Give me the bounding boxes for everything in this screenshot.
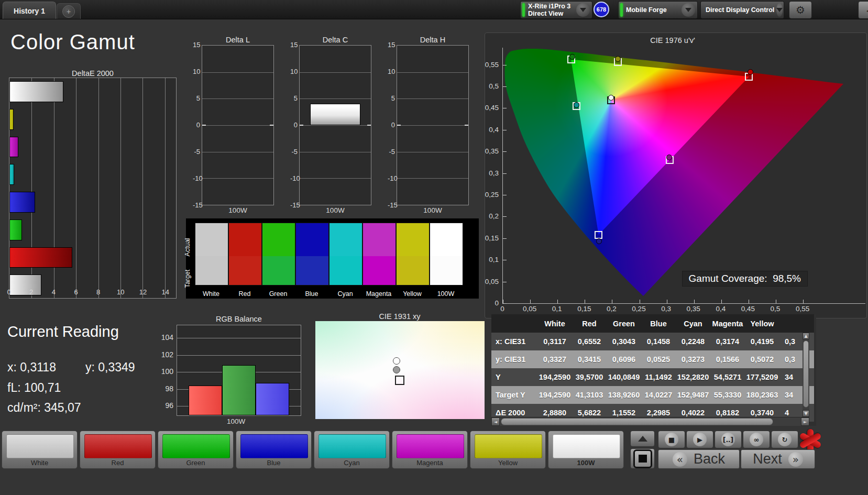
gridline <box>300 178 371 179</box>
y-tick <box>503 86 507 87</box>
x-tick-label: 0,45 <box>741 305 755 313</box>
table-horizontal-scrollbar[interactable]: ◄ ► <box>491 417 809 426</box>
rgb-balance-chart <box>177 325 301 416</box>
scroll-up-button[interactable]: ▲ <box>803 333 809 339</box>
y-tick-label: 10 <box>193 68 200 75</box>
loop-button[interactable]: ∞ <box>743 431 770 448</box>
swatch-blue <box>295 223 329 285</box>
swatch-target <box>430 256 463 285</box>
pattern-button-red[interactable]: Red <box>80 431 156 469</box>
gridline <box>300 98 371 99</box>
refresh-button[interactable]: ↻ <box>771 431 798 448</box>
plus-icon: + <box>62 5 75 18</box>
gridline <box>76 78 76 298</box>
y-tick-label: 100 <box>161 367 173 376</box>
table-row: y: CIE310,33270,34150,60960,05250,32730,… <box>491 350 814 368</box>
swatch-target <box>195 256 228 285</box>
pattern-button-100w[interactable]: 100W <box>548 431 624 469</box>
next-button[interactable]: Next » <box>741 449 815 469</box>
pattern-label: Green <box>158 459 233 467</box>
table-cell: 5,6822 <box>572 409 607 417</box>
gridline <box>142 78 143 298</box>
pattern-window-position-button[interactable] <box>630 448 655 469</box>
gridline <box>300 152 371 152</box>
current-reading-fl: fL: 100,71 <box>7 381 61 395</box>
row-label: y: CIE31 <box>491 355 537 364</box>
new-tab-button[interactable]: + <box>57 3 81 19</box>
stop-button[interactable]: ■ <box>658 431 685 448</box>
tab-history-1[interactable]: History 1 <box>3 2 56 19</box>
gridline <box>202 152 273 152</box>
x-tick-label: 2 <box>29 288 33 296</box>
rgb-bar-blue <box>256 383 289 415</box>
table-cell: 41,3103 <box>572 391 607 399</box>
deltae2000-x-axis: 02468101214 <box>9 288 177 296</box>
rgb-balance-y-axis: 1041021009896 <box>156 325 174 416</box>
swatch-yellow <box>396 223 430 285</box>
cie1931-title: CIE 1931 xy <box>379 312 421 321</box>
y-tick-label: 0,25 <box>485 191 499 199</box>
current-reading-y: y: 0,3349 <box>85 360 135 375</box>
scroll-down-button[interactable]: ▼ <box>803 410 809 417</box>
rgb-balance-x-label: 100W <box>227 417 245 425</box>
y-tick-label: 102 <box>161 350 173 359</box>
x-tick <box>721 300 722 303</box>
gridline <box>202 72 273 73</box>
meter-dropdown[interactable]: X-Rite i1Pro 3 Direct View <box>520 1 592 19</box>
delta-chart-delta-c: Delta C151050-5-10-15100W <box>290 36 371 216</box>
y-tick-label: 0,1 <box>489 256 499 263</box>
deltae-bar-magenta <box>9 137 18 158</box>
zero-tick <box>367 125 371 126</box>
scroll-left-button[interactable]: ◄ <box>491 417 500 426</box>
chevron-down-icon <box>776 3 783 17</box>
y-tick-label: -15 <box>193 201 200 209</box>
swatch-target <box>397 256 429 285</box>
table-row: x: CIE310,31170,65520,30430,14580,22480,… <box>491 333 814 350</box>
deltae-bar-red <box>9 247 72 268</box>
delta-plot <box>397 45 469 205</box>
measurement-count-badge[interactable]: 678 <box>594 2 609 17</box>
swatch-actual <box>397 223 429 256</box>
pattern-button-green[interactable]: Green <box>158 431 234 469</box>
y-tick-label: -5 <box>193 148 200 156</box>
y-tick-label: 10 <box>388 68 395 75</box>
table-vertical-scrollbar[interactable]: ▲ ▼ <box>803 333 809 417</box>
delta-x-label: 100W <box>202 206 274 214</box>
y-tick-label: 0,15 <box>485 234 499 242</box>
pattern-swatch <box>162 434 230 458</box>
table-header-row: WhiteRedGreenBlueCyanMagentaYellow <box>491 314 814 333</box>
display-control-dropdown[interactable]: Direct Display Control <box>700 1 784 19</box>
swatch-target <box>262 256 295 285</box>
play-button[interactable]: ▶ <box>686 431 713 448</box>
scroll-right-button[interactable]: ► <box>801 417 809 426</box>
pattern-button-cyan[interactable]: Cyan <box>314 431 390 469</box>
horizontal-scroll-thumb[interactable] <box>501 418 773 425</box>
swatch-actual <box>296 223 328 256</box>
y-tick <box>503 216 507 217</box>
table-header-green: Green <box>607 320 641 328</box>
settings-button[interactable]: ⚙ <box>789 1 812 19</box>
pattern-button-white[interactable]: White <box>2 431 78 469</box>
back-button[interactable]: « Back <box>658 449 740 469</box>
y-tick-label: 15 <box>193 41 200 49</box>
delta-plot <box>202 45 274 205</box>
vertical-scroll-thumb[interactable] <box>803 340 809 408</box>
table-cell: 0,8182 <box>710 409 745 417</box>
x-tick-label: 0,35 <box>687 305 700 313</box>
pattern-window-up-button[interactable] <box>630 431 655 447</box>
source-dropdown[interactable]: Mobile Forge <box>618 1 698 19</box>
y-tick-label: 98 <box>165 384 173 393</box>
measured-marker-blue <box>596 238 602 244</box>
range-button[interactable]: [‥] <box>715 431 742 448</box>
pattern-button-blue[interactable]: Blue <box>236 431 312 469</box>
pattern-button-magenta[interactable]: Magenta <box>392 431 468 469</box>
table-cell: 0,3273 <box>676 355 710 364</box>
chevron-double-left-icon: « <box>673 452 687 467</box>
table-cell: 180,2363 <box>745 391 779 399</box>
chevron-down-icon <box>576 3 590 17</box>
pattern-button-yellow[interactable]: Yellow <box>470 431 546 469</box>
edge-partial-button[interactable]: ◀ <box>858 1 868 19</box>
table-cell: 0,3740 <box>745 409 779 417</box>
x-tick-label: 12 <box>139 288 147 296</box>
y-tick-label: 0,2 <box>489 212 499 220</box>
